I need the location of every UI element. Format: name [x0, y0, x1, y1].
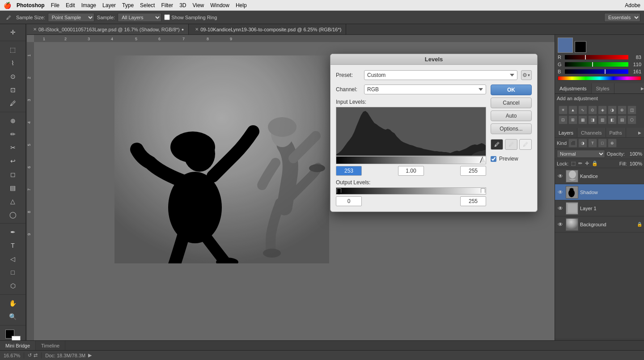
- layer-item-kandice[interactable]: 👁 Kandice: [555, 168, 644, 184]
- clone-stamp-tool[interactable]: ✂: [7, 141, 19, 154]
- show-sampling-ring-label[interactable]: Show Sampling Ring: [164, 14, 217, 20]
- foreground-color-swatch[interactable]: [558, 38, 573, 53]
- filter-smart-btn[interactable]: ⊕: [608, 139, 617, 148]
- output-black-handle[interactable]: [337, 188, 341, 195]
- sample-size-select[interactable]: Point Sample 3 by 3 Average 5 by 5 Avera…: [48, 13, 94, 22]
- white-eyedropper-btn[interactable]: 🖉: [519, 139, 532, 150]
- tab1-close-icon[interactable]: ✕: [33, 27, 37, 32]
- preset-select[interactable]: Custom Default Darker Increase Contrast …: [364, 70, 517, 80]
- posterize-btn[interactable]: ▥: [598, 115, 607, 124]
- mini-bridge-tab[interactable]: Mini Bridge: [0, 341, 36, 350]
- input-mid-value[interactable]: [398, 166, 424, 176]
- kandice-visibility[interactable]: 👁: [557, 173, 564, 180]
- gradient-map-btn[interactable]: ▤: [618, 115, 627, 124]
- auto-button[interactable]: Auto: [491, 110, 532, 121]
- lock-image-icon[interactable]: ✏: [578, 161, 582, 166]
- show-sampling-ring-checkbox[interactable]: [164, 14, 170, 20]
- photo-filter-btn[interactable]: ⊡: [559, 115, 568, 124]
- b-slider-bar[interactable]: [565, 69, 628, 74]
- lock-all-icon[interactable]: 🔒: [592, 161, 598, 166]
- app-name[interactable]: Photoshop: [17, 2, 45, 8]
- input-mid-handle[interactable]: [408, 157, 414, 163]
- channel-mixer-btn[interactable]: ⊞: [568, 115, 577, 124]
- document-tab-1[interactable]: ✕ 08-iStock_000011057163Large.psd @ 16.7…: [27, 24, 189, 34]
- brush-tool[interactable]: ✏: [7, 128, 19, 140]
- preset-options-btn[interactable]: ⚙ ▼: [521, 70, 532, 80]
- move-tool[interactable]: ✛: [7, 26, 19, 38]
- filter-shape-btn[interactable]: □: [598, 139, 607, 148]
- invert-btn[interactable]: ◨: [588, 115, 597, 124]
- sample-select[interactable]: All Layers Current Layer: [118, 13, 161, 22]
- curves-btn[interactable]: ∿: [578, 106, 587, 114]
- apple-menu-icon[interactable]: 🍎: [4, 2, 11, 9]
- play-icon[interactable]: ▶: [88, 352, 92, 358]
- output-white-handle[interactable]: [481, 188, 485, 195]
- channel-select[interactable]: RGB Red Green Blue: [364, 85, 486, 94]
- filter-type-btn[interactable]: T: [588, 139, 597, 148]
- tab2-close-icon[interactable]: ✕: [195, 27, 199, 32]
- bw-btn[interactable]: ◫: [627, 106, 636, 114]
- gradient-tool[interactable]: ▤: [7, 182, 19, 194]
- output-black-value[interactable]: [336, 196, 362, 206]
- eyedropper-tool[interactable]: 🖉: [7, 97, 19, 110]
- output-slider-track[interactable]: [336, 187, 486, 195]
- menu-help[interactable]: Help: [236, 2, 247, 8]
- workspace-select[interactable]: Essentials: [604, 13, 640, 22]
- vibrance-btn[interactable]: ◈: [598, 106, 607, 114]
- adj-panel-arrow[interactable]: ▶: [641, 86, 644, 91]
- lasso-tool[interactable]: ⌇: [7, 57, 19, 69]
- menu-file[interactable]: File: [51, 2, 59, 8]
- layers-panel-arrow[interactable]: ▶: [638, 128, 644, 137]
- quick-select-tool[interactable]: ⊙: [7, 70, 19, 83]
- document-tab-2[interactable]: ✕ 09-10KandiceLynn19-306-to-composite.ps…: [189, 24, 346, 34]
- layer1-visibility[interactable]: 👁: [557, 205, 564, 212]
- menu-3d[interactable]: 3D: [179, 2, 186, 8]
- channels-tab[interactable]: Channels: [577, 128, 606, 137]
- selective-color-btn[interactable]: ⬡: [627, 115, 636, 124]
- brightness-contrast-btn[interactable]: ☀: [559, 106, 568, 114]
- adjustments-tab[interactable]: Adjustments: [555, 83, 592, 93]
- 3d-tool[interactable]: ⬡: [7, 280, 19, 292]
- eraser-tool[interactable]: ◻: [7, 168, 19, 181]
- options-button[interactable]: Options...: [491, 123, 532, 134]
- r-slider-bar[interactable]: [565, 55, 628, 59]
- paths-tab[interactable]: Paths: [606, 128, 626, 137]
- eyedropper-tool-icon[interactable]: 🖉: [4, 13, 13, 22]
- menu-select[interactable]: Select: [140, 2, 155, 8]
- background-color-swatch[interactable]: [575, 41, 586, 53]
- styles-tab[interactable]: Styles: [592, 83, 614, 93]
- input-white-handle[interactable]: [480, 157, 486, 163]
- menu-image[interactable]: Image: [81, 2, 96, 8]
- menu-view[interactable]: View: [192, 2, 204, 8]
- shape-tool[interactable]: □: [7, 266, 19, 279]
- input-white-value[interactable]: [460, 166, 486, 176]
- lock-position-icon[interactable]: ✛: [585, 161, 589, 166]
- preview-label[interactable]: Preview: [499, 156, 518, 162]
- menu-layer[interactable]: Layer: [102, 2, 116, 8]
- cancel-button[interactable]: Cancel: [491, 97, 532, 108]
- menu-filter[interactable]: Filter: [161, 2, 173, 8]
- healing-brush-tool[interactable]: ⊕: [7, 114, 19, 127]
- filter-adjust-btn[interactable]: ◑: [578, 139, 587, 148]
- blur-tool[interactable]: △: [7, 195, 19, 208]
- black-eyedropper-btn[interactable]: 🖉: [491, 139, 503, 150]
- history-brush-tool[interactable]: ↩: [7, 155, 19, 167]
- menu-window[interactable]: Window: [210, 2, 229, 8]
- layers-tab[interactable]: Layers: [555, 128, 577, 137]
- levels-btn[interactable]: ▲: [568, 106, 577, 114]
- menu-edit[interactable]: Edit: [66, 2, 75, 8]
- menu-type[interactable]: Type: [122, 2, 134, 8]
- gray-eyedropper-btn[interactable]: 🖉: [505, 139, 517, 150]
- layer-item-layer1[interactable]: 👁 Layer 1: [555, 200, 644, 216]
- hue-sat-btn[interactable]: ◑: [608, 106, 617, 114]
- input-slider-track[interactable]: [336, 156, 486, 164]
- timeline-tab[interactable]: Timeline: [36, 341, 65, 350]
- ok-button[interactable]: OK: [491, 85, 532, 95]
- type-tool[interactable]: T: [7, 239, 19, 252]
- preview-checkbox[interactable]: [491, 156, 496, 162]
- color-lookup-btn[interactable]: ▦: [578, 115, 587, 124]
- path-select-tool[interactable]: ◁: [7, 253, 19, 265]
- color-spectrum-bar[interactable]: [558, 76, 641, 80]
- layer-item-background[interactable]: 👁 Background �: [555, 216, 644, 233]
- zoom-tool[interactable]: 🔍: [7, 310, 19, 323]
